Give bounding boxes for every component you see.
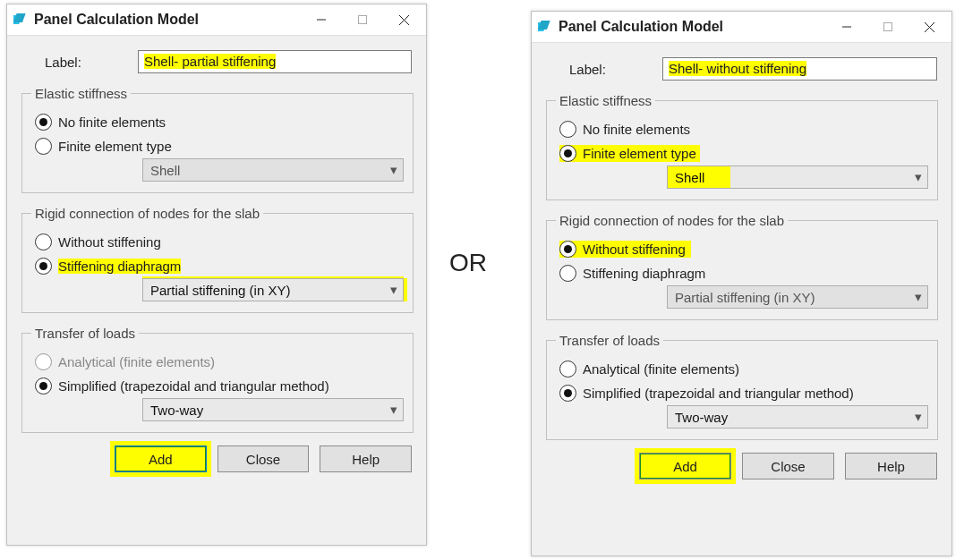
radio-icon [559,241,576,258]
radio-label: Stiffening diaphragm [583,266,705,281]
add-button[interactable]: Add [115,445,207,472]
radio-icon [35,138,52,155]
close-icon[interactable] [909,12,950,42]
group-rigid-connection: Rigid connection of nodes for the slab W… [21,206,414,313]
titlebar[interactable]: Panel Calculation Model [7,4,426,36]
combo-fe-type: Shell ▾ [142,158,404,182]
radio-icon [35,378,52,395]
radio-without-stiffening[interactable]: Without stiffening [35,233,404,250]
panel-calc-dialog-left: Panel Calculation Model Label: Shell- pa… [6,4,427,546]
group-transfer-legend: Transfer of loads [556,333,663,348]
chevron-down-icon: ▾ [915,289,922,305]
radio-label: Without stiffening [583,242,686,257]
radio-label: Simplified (trapezoidal and triangular m… [58,378,329,394]
radio-label: Finite element type [583,146,696,161]
minimize-button[interactable] [301,4,342,35]
radio-icon [35,353,52,370]
or-separator: OR [449,249,487,277]
combo-text: Two-way [675,410,915,425]
group-rigid-legend: Rigid connection of nodes for the slab [556,213,788,228]
svg-rect-7 [538,21,550,30]
radio-without-stiffening[interactable]: Without stiffening [559,241,691,258]
chevron-down-icon: ▾ [390,402,397,418]
label-value-highlight: Shell- without stiffening [669,61,806,76]
close-button[interactable]: Close [742,453,834,479]
svg-rect-3 [359,16,367,24]
group-transfer-loads: Transfer of loads Analytical (finite ele… [546,333,938,440]
group-elastic-stiffness: Elastic stiffness No finite elements Fin… [546,93,938,200]
group-elastic-legend: Elastic stiffness [556,93,655,108]
titlebar[interactable]: Panel Calculation Model [532,12,951,43]
radio-label: No finite elements [58,115,166,130]
radio-icon [35,258,52,275]
combo-text: Two-way [150,403,390,418]
radio-icon [559,361,576,378]
radio-analytical[interactable]: Analytical (finite elements) [559,361,928,378]
combo-fe-type[interactable]: Shell ▾ [667,165,928,189]
radio-label: No finite elements [583,122,690,137]
group-transfer-legend: Transfer of loads [31,326,139,341]
radio-icon [559,145,576,162]
group-rigid-legend: Rigid connection of nodes for the slab [31,206,263,221]
combo-text: Partial stiffening (in XY) [675,290,915,305]
chevron-down-icon: ▾ [915,169,922,185]
combo-text: Shell [675,170,915,185]
radio-label: Stiffening diaphragm [58,259,181,274]
label-caption: Label: [546,62,662,77]
combo-load-distribution[interactable]: Two-way ▾ [667,405,928,428]
maximize-button[interactable] [342,4,383,35]
radio-label: Simplified (trapezoidal and triangular m… [583,386,854,401]
close-icon[interactable] [383,4,424,35]
close-button[interactable]: Close [218,445,310,472]
radio-finite-element-type[interactable]: Finite element type [559,145,700,162]
group-rigid-connection: Rigid connection of nodes for the slab W… [546,213,938,320]
svg-rect-9 [884,23,892,31]
radio-stiffening-diaphragm[interactable]: Stiffening diaphragm [559,265,928,282]
radio-no-finite-elements[interactable]: No finite elements [35,114,404,131]
label-input[interactable]: Shell- without stiffening [662,57,937,81]
combo-load-distribution[interactable]: Two-way ▾ [142,398,404,421]
group-elastic-stiffness: Elastic stiffness No finite elements Fin… [21,86,414,193]
radio-icon [35,233,52,250]
app-icon [13,12,29,28]
panel-calc-dialog-right: Panel Calculation Model Label: Shell- wi… [531,11,952,556]
radio-icon [559,265,576,282]
group-transfer-loads: Transfer of loads Analytical (finite ele… [21,326,414,433]
radio-icon [559,121,576,138]
radio-label: Analytical (finite elements) [583,361,739,377]
radio-label: Analytical (finite elements) [58,354,215,369]
combo-text: Partial stiffening (in XY) [150,283,390,298]
radio-simplified[interactable]: Simplified (trapezoidal and triangular m… [559,385,928,402]
radio-icon [559,385,576,402]
help-button[interactable]: Help [845,453,937,479]
radio-label: Finite element type [58,139,172,154]
group-elastic-legend: Elastic stiffness [31,86,131,101]
radio-simplified[interactable]: Simplified (trapezoidal and triangular m… [35,378,404,395]
minimize-button[interactable] [826,12,867,42]
chevron-down-icon: ▾ [915,409,922,425]
chevron-down-icon: ▾ [390,162,397,178]
window-title: Panel Calculation Model [34,12,199,28]
radio-icon [35,114,52,131]
chevron-down-icon: ▾ [390,282,397,298]
label-caption: Label: [21,55,138,70]
help-button[interactable]: Help [320,445,412,472]
label-value-highlight: Shell- partial stiffening [144,54,276,69]
radio-no-finite-elements[interactable]: No finite elements [559,121,928,138]
combo-stiffening: Partial stiffening (in XY) ▾ [667,285,928,309]
combo-stiffening[interactable]: Partial stiffening (in XY) ▾ [142,278,404,301]
radio-finite-element-type[interactable]: Finite element type [35,138,404,155]
label-input[interactable]: Shell- partial stiffening [138,50,412,73]
radio-stiffening-diaphragm[interactable]: Stiffening diaphragm [35,258,404,275]
maximize-button[interactable] [867,12,909,42]
combo-text: Shell [150,163,390,178]
add-button[interactable]: Add [639,453,731,479]
radio-analytical: Analytical (finite elements) [35,353,404,370]
window-title: Panel Calculation Model [559,19,723,35]
app-icon [537,19,553,35]
radio-label: Without stiffening [58,234,161,250]
svg-rect-1 [13,13,26,22]
